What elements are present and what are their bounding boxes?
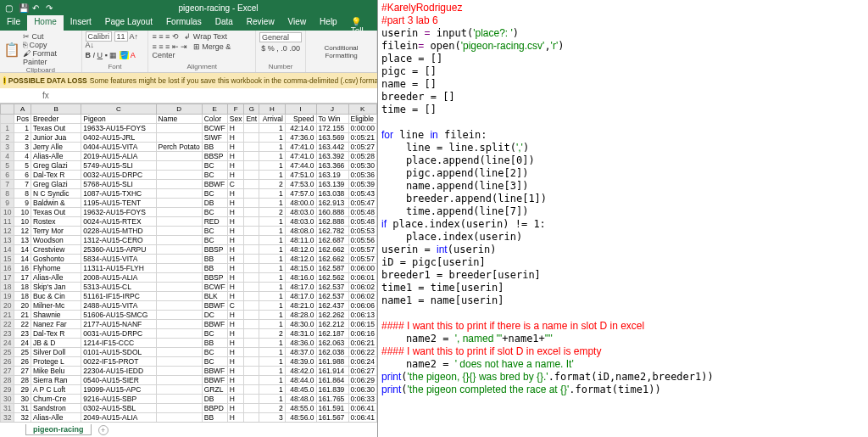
conditional-formatting-button[interactable]: Conditional Formatting	[309, 32, 373, 70]
font-size[interactable]: 11	[114, 31, 128, 42]
table-row[interactable]: 3232Alias-Alle2049-AU15-ALIABBH348:56.01…	[1, 413, 377, 423]
header-cell[interactable]: Pigeon	[81, 115, 156, 124]
table-row[interactable]: 2121Shawnie51606-AU15-SMCGDCH148:28.0162…	[1, 311, 377, 320]
table-row[interactable]: 1717Alias-Alle2008-AU15-ALIABBSPH148:16.…	[1, 273, 377, 283]
title-bar: ▢ 💾 ↶ ↷ pigeon-racing - Excel	[0, 0, 377, 15]
underline-button[interactable]: U	[97, 51, 103, 59]
table-row[interactable]: 1818Skip's Jan5313-AU15-CLBCWFH148:17.01…	[1, 283, 377, 292]
fill-color-icon[interactable]: 🪣	[120, 51, 129, 59]
formula-bar[interactable]: fx	[0, 88, 377, 104]
undo-icon[interactable]: ↶	[32, 3, 41, 12]
data-loss-warning: ! POSSIBLE DATA LOSS Some features might…	[0, 73, 377, 88]
table-row[interactable]: 22Junior Jua0402-AU15-JRLSIWFH147:36.016…	[1, 133, 377, 143]
col-header[interactable]: E	[202, 104, 227, 115]
window-title: pigeon-racing - Excel	[59, 3, 377, 13]
col-header[interactable]	[1, 104, 14, 115]
table-row[interactable]: 3131Sandstron0302-AU15-SBLBBPDH248:55.01…	[1, 404, 377, 413]
grow-font-icon[interactable]: A↑	[130, 32, 139, 41]
tab-help[interactable]: Help	[313, 15, 344, 31]
col-header[interactable]: A	[14, 104, 31, 115]
number-format[interactable]: General	[259, 32, 302, 42]
col-header[interactable]: B	[31, 104, 81, 115]
table-row[interactable]: 2020Milner-Mc2488-AU15-VITABBWFC148:21.0…	[1, 301, 377, 311]
cut-button[interactable]: ✂ Cut	[23, 32, 78, 41]
save-icon[interactable]: 💾	[19, 3, 27, 12]
header-cell[interactable]: Speed	[285, 115, 316, 124]
table-row[interactable]: 2424JB & D1214-IF15-CCCBBH148:36.0162.06…	[1, 339, 377, 348]
table-row[interactable]: 2626Protege L0022-IF15-PROTBCH148:39.016…	[1, 357, 377, 367]
format-painter-button[interactable]: 🖌 Format Painter	[23, 49, 78, 66]
header-cell[interactable]: Color	[202, 115, 227, 124]
table-row[interactable]: 11Texas Out19633-AU15-FOYSBCWFH142:14.01…	[1, 124, 377, 133]
table-row[interactable]: 3030Chum-Cre9216-AU15-SBPDBH148:48.0161.…	[1, 395, 377, 404]
header-cell[interactable]: Arrival	[259, 115, 286, 124]
tab-page-layout[interactable]: Page Layout	[98, 15, 159, 31]
redo-icon[interactable]: ↷	[46, 3, 54, 12]
header-cell[interactable]: To Win	[316, 115, 348, 124]
spreadsheet-grid[interactable]: ABCDEFGHIJKPosBreederPigeonNameColorSexE…	[0, 104, 377, 422]
table-row[interactable]: 1313Woodson1312-AU15-CEROBCH148:11.0162.…	[1, 236, 377, 245]
header-cell[interactable]: Breeder	[31, 115, 81, 124]
paste-group: 📋 ✂ Cut ⎘ Copy 🖌 Format Painter Clipboar…	[0, 31, 82, 72]
header-cell[interactable]: Name	[156, 115, 202, 124]
ribbon: 📋 ✂ Cut ⎘ Copy 🖌 Format Painter Clipboar…	[0, 31, 377, 73]
table-row[interactable]: 1010Texas Out19632-AU15-FOYSBCH248:03.01…	[1, 208, 377, 217]
table-row[interactable]: 2929A P C Loft19099-AU15-APCGRZLH148:45.…	[1, 385, 377, 395]
table-row[interactable]: 66Dal-Tex R0032-AU15-DRPCBCH147:51.0163.…	[1, 171, 377, 180]
table-row[interactable]: 1918Buc & Cin51161-IF15-IRPCBLKH148:17.0…	[1, 292, 377, 301]
col-header[interactable]: C	[81, 104, 156, 115]
table-row[interactable]: 2222Nanez Far2177-AU15-NANFBBWFH148:30.0…	[1, 320, 377, 329]
autosave-icon[interactable]: ▢	[5, 3, 14, 12]
table-row[interactable]: 55Greg Glazi5749-AU15-SLIBCH147:44.0163.…	[1, 161, 377, 171]
tab-file[interactable]: File	[0, 15, 27, 31]
table-row[interactable]: 1110Rostex0024-AU15-RTEXREDH148:03.0162.…	[1, 217, 377, 227]
shrink-font-icon[interactable]: A↓	[86, 41, 95, 49]
header-cell[interactable]: Pos	[14, 115, 31, 124]
tab-home[interactable]: Home	[27, 15, 64, 31]
fx-icon[interactable]: fx	[42, 91, 49, 100]
bold-button[interactable]: B	[86, 51, 92, 59]
copy-button[interactable]: ⎘ Copy	[23, 41, 78, 49]
code-editor[interactable]: #KarelyRodriguez #part 3 lab 6 userin = …	[378, 0, 868, 437]
header-cell[interactable]: Eligible	[348, 115, 376, 124]
col-header[interactable]: H	[259, 104, 286, 115]
tab-review[interactable]: Review	[240, 15, 281, 31]
col-header[interactable]: J	[316, 104, 348, 115]
table-row[interactable]: 99Baldwin &1195-AU15-TENTDBH148:00.0162.…	[1, 199, 377, 208]
table-row[interactable]: 2323Dal-Tex R0031-AU15-DRPCBCH248:31.016…	[1, 329, 377, 339]
table-row[interactable]: 44Alias-Alle2019-AU15-ALIABBSPH147:41.01…	[1, 152, 377, 161]
tab-view[interactable]: View	[281, 15, 314, 31]
tab-data[interactable]: Data	[209, 15, 240, 31]
number-group: General $ % , .0 .00 Number	[256, 31, 306, 72]
table-row[interactable]: 2525Silver Doll0101-AU15-SDOLBCH148:37.0…	[1, 348, 377, 357]
tell-me[interactable]: 💡 Tell me what you want to do	[344, 15, 377, 31]
font-color-icon[interactable]: A	[131, 51, 136, 59]
sheet-tab[interactable]: pigeon-racing	[25, 424, 92, 435]
tab-formulas[interactable]: Formulas	[159, 15, 209, 31]
table-row[interactable]: 33Jerry Alle0404-AU15-VITAPerch PotatoBB…	[1, 143, 377, 152]
merge-center-button[interactable]: ⊞ Merge & Center	[152, 41, 231, 61]
table-row[interactable]: 77Greg Glazi5768-AU15-SLIBBWFC247:53.016…	[1, 180, 377, 189]
styles-group: Conditional Formatting	[306, 31, 377, 72]
table-row[interactable]: 88N C Syndic1087-AU15-TXHCBCH147:57.0163…	[1, 189, 377, 199]
table-row[interactable]: 1212Terry Mor0228-AU15-MTHDBCH148:08.016…	[1, 227, 377, 236]
new-sheet-button[interactable]: +	[98, 425, 108, 435]
header-cell[interactable]: Ent	[244, 115, 259, 124]
tab-insert[interactable]: Insert	[64, 15, 98, 31]
col-header[interactable]: D	[156, 104, 202, 115]
header-cell[interactable]: Sex	[227, 115, 244, 124]
italic-button[interactable]: I	[93, 51, 96, 59]
table-row[interactable]: 2727Mike Belu22304-AU15-IEDDBBWFH148:42.…	[1, 367, 377, 376]
col-header[interactable]: K	[348, 104, 376, 115]
border-icon[interactable]: ▦	[109, 51, 117, 59]
table-row[interactable]: 1414Crestview25360-AU15-ARPUBBSPH148:12.…	[1, 245, 377, 255]
col-header[interactable]: I	[285, 104, 316, 115]
col-header[interactable]: G	[244, 104, 259, 115]
col-header[interactable]: F	[227, 104, 244, 115]
excel-window: ▢ 💾 ↶ ↷ pigeon-racing - Excel File Home …	[0, 0, 378, 437]
paste-icon[interactable]: 📋	[3, 42, 20, 58]
table-row[interactable]: 2828Sierra Ran0540-AU15-SIERBBWFH148:44.…	[1, 376, 377, 385]
table-row[interactable]: 1616Flyhome11311-AU15-FLYHBBH148:15.0162…	[1, 264, 377, 273]
align-top-icon[interactable]: ≡	[152, 32, 156, 41]
table-row[interactable]: 1514Goshonto5834-AU15-VITABBH148:12.0162…	[1, 255, 377, 264]
